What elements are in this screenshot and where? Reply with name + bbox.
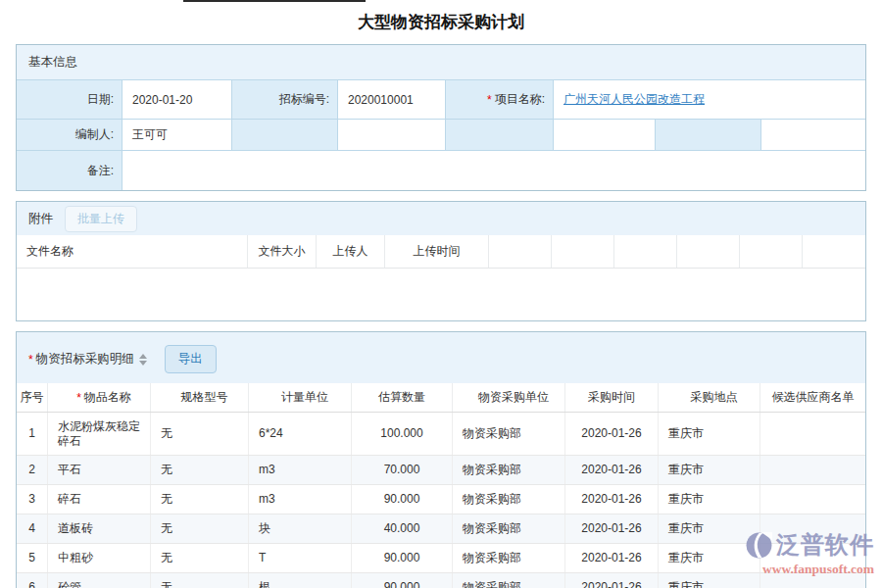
column-header-uploader: 上传人 <box>317 235 385 268</box>
top-crop-artifact <box>183 0 366 2</box>
table-cell: 无 <box>151 456 249 484</box>
table-cell <box>760 413 865 455</box>
basic-info-panel: 基本信息 日期: 2020-01-20 招标编号: 2020010001 * 项… <box>16 44 866 191</box>
detail-table-body: 1水泥粉煤灰稳定碎石无6*24100.000物资采购部2020-01-26重庆市… <box>17 413 865 588</box>
basic-info-row-3: 备注: <box>17 151 865 190</box>
table-cell: 100.000 <box>352 413 453 455</box>
table-cell: 5 <box>17 544 48 572</box>
preparer-value: 王可可 <box>122 120 232 151</box>
table-cell: 重庆市 <box>659 413 760 455</box>
table-cell: 砼管 <box>48 573 151 588</box>
empty-cell <box>656 120 761 151</box>
table-cell: 2 <box>17 456 48 484</box>
remark-label: 备注: <box>17 151 122 190</box>
fanpu-watermark: 泛普软件 www.fanpusoft.com <box>746 529 874 577</box>
batch-upload-button[interactable]: 批量上传 <box>65 206 137 232</box>
date-label: 日期: <box>17 80 122 120</box>
bid-no-label: 招标编号: <box>232 80 338 120</box>
detail-section-title: 物资招标采购明细 <box>36 351 134 368</box>
table-row: 6砼管无根90.000物资采购部2020-01-26重庆市 <box>17 573 865 588</box>
table-cell: 中粗砂 <box>48 544 151 572</box>
column-header-procure-time: 采购时间 <box>565 383 659 412</box>
table-cell: 90.000 <box>352 485 453 514</box>
table-cell: 40.000 <box>352 514 453 543</box>
table-cell: 根 <box>249 573 352 588</box>
table-cell: 2020-01-26 <box>565 456 659 484</box>
empty-column <box>552 235 614 268</box>
date-value: 2020-01-20 <box>122 80 232 120</box>
table-cell: 物资采购部 <box>453 456 565 484</box>
table-cell: 物资采购部 <box>453 413 565 455</box>
table-row: 1水泥粉煤灰稳定碎石无6*24100.000物资采购部2020-01-26重庆市 <box>17 413 865 456</box>
project-name-cell: 广州天河人民公园改造工程 <box>554 80 865 120</box>
attachments-section-title: 附件 <box>28 211 53 227</box>
column-header-est-qty: 估算数量 <box>352 383 453 412</box>
table-cell: 2020-01-26 <box>565 485 659 514</box>
basic-info-row-2: 编制人: 王可可 <box>17 120 865 151</box>
table-cell: 水泥粉煤灰稳定碎石 <box>48 413 151 455</box>
column-header-procure-dept: 物资采购单位 <box>453 383 565 412</box>
table-cell: T <box>249 544 352 572</box>
column-header-file-name: 文件名称 <box>17 235 248 268</box>
attachments-empty-body <box>17 269 865 320</box>
export-button[interactable]: 导出 <box>165 345 217 373</box>
empty-cell <box>446 120 554 151</box>
detail-table-header: 序号 * 物品名称 规格型号 计量单位 估算数量 物资采购单位 采购时间 采购地… <box>17 383 865 413</box>
table-cell: 1 <box>17 413 48 455</box>
column-header-file-size: 文件大小 <box>248 235 317 268</box>
basic-info-row-1: 日期: 2020-01-20 招标编号: 2020010001 * 项目名称: … <box>17 80 865 120</box>
bid-no-value: 2020010001 <box>338 80 446 120</box>
empty-column <box>489 235 552 268</box>
table-cell: m3 <box>249 456 352 484</box>
table-cell: 无 <box>151 485 249 514</box>
table-cell: 无 <box>151 514 249 543</box>
empty-column <box>677 235 740 268</box>
required-mark: * <box>28 353 33 367</box>
table-cell: 无 <box>151 413 249 455</box>
table-cell: 重庆市 <box>659 456 760 484</box>
table-cell <box>760 456 865 484</box>
attachments-panel: 附件 批量上传 文件名称 文件大小 上传人 上传时间 <box>16 201 866 321</box>
column-header-seq: 序号 <box>17 383 48 412</box>
column-header-item-name: * 物品名称 <box>48 383 151 412</box>
table-cell: 2020-01-26 <box>565 514 659 543</box>
table-cell: 70.000 <box>352 456 453 484</box>
table-cell: 6 <box>17 573 48 588</box>
table-cell: 道板砖 <box>48 514 151 543</box>
table-cell: 物资采购部 <box>453 544 565 572</box>
table-cell: 90.000 <box>352 544 453 572</box>
table-cell: 无 <box>151 573 249 588</box>
table-cell: m3 <box>249 485 352 514</box>
preparer-label: 编制人: <box>17 120 122 151</box>
empty-column <box>614 235 677 268</box>
empty-cell <box>761 120 865 151</box>
table-row: 4道板砖无块40.000物资采购部2020-01-26重庆市 <box>17 514 865 544</box>
fanpu-logo-icon <box>746 532 772 559</box>
table-cell <box>760 485 865 514</box>
table-cell: 3 <box>17 485 48 514</box>
table-cell: 物资采购部 <box>453 485 565 514</box>
sort-toggle-icon[interactable] <box>139 354 147 366</box>
column-header-upload-time: 上传时间 <box>385 235 489 268</box>
detail-panel: * 物资招标采购明细 导出 序号 * 物品名称 规格型号 计量单位 估算数量 物… <box>16 331 866 588</box>
detail-table: 序号 * 物品名称 规格型号 计量单位 估算数量 物资采购单位 采购时间 采购地… <box>17 383 865 588</box>
table-cell: 重庆市 <box>659 485 760 514</box>
column-header-candidate-suppliers: 候选供应商名单 <box>760 383 865 412</box>
project-name-link[interactable]: 广州天河人民公园改造工程 <box>564 91 705 108</box>
empty-column <box>803 235 865 268</box>
table-cell: 2020-01-26 <box>565 573 659 588</box>
required-mark: * <box>487 93 492 107</box>
required-mark: * <box>76 391 81 405</box>
empty-cell <box>338 120 446 151</box>
table-cell: 平石 <box>48 456 151 484</box>
table-row: 2平石无m370.000物资采购部2020-01-26重庆市 <box>17 456 865 485</box>
column-header-unit: 计量单位 <box>249 383 352 412</box>
remark-value <box>122 151 865 190</box>
watermark-brand-text: 泛普软件 <box>776 529 874 561</box>
column-header-procure-place: 采购地点 <box>659 383 760 412</box>
empty-cell <box>554 120 656 151</box>
table-cell: 物资采购部 <box>453 514 565 543</box>
table-cell: 90.000 <box>352 573 453 588</box>
attachments-table-header: 文件名称 文件大小 上传人 上传时间 <box>17 235 865 269</box>
table-row: 5中粗砂无T90.000物资采购部2020-01-26重庆市 <box>17 544 865 573</box>
